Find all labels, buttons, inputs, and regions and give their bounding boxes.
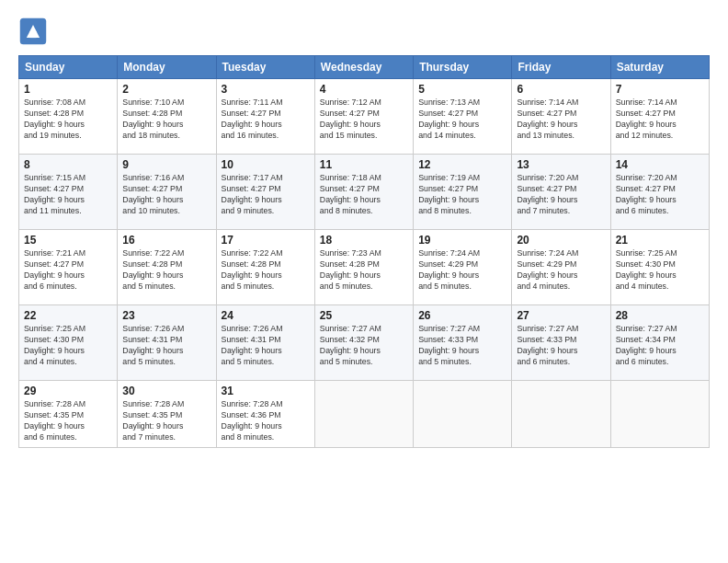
calendar-cell: 21 Sunrise: 7:25 AMSunset: 4:30 PMDaylig…	[610, 230, 709, 305]
day-number: 22	[24, 309, 112, 322]
day-number: 26	[418, 309, 506, 322]
calendar-cell: 23 Sunrise: 7:26 AMSunset: 4:31 PMDaylig…	[118, 305, 216, 381]
day-number: 18	[320, 234, 408, 247]
calendar-day-header: Thursday	[414, 56, 512, 79]
calendar-cell: 20 Sunrise: 7:24 AMSunset: 4:29 PMDaylig…	[512, 230, 610, 305]
calendar-cell: 26 Sunrise: 7:27 AMSunset: 4:33 PMDaylig…	[414, 305, 512, 381]
day-number: 2	[122, 83, 210, 96]
day-number: 14	[616, 158, 704, 171]
day-number: 10	[222, 158, 310, 171]
calendar-cell: 16 Sunrise: 7:22 AMSunset: 4:28 PMDaylig…	[118, 230, 216, 305]
day-info: Sunrise: 7:24 AMSunset: 4:29 PMDaylight:…	[517, 248, 605, 293]
day-info: Sunrise: 7:25 AMSunset: 4:30 PMDaylight:…	[616, 248, 704, 293]
calendar-week-row: 1 Sunrise: 7:08 AMSunset: 4:28 PMDayligh…	[19, 79, 710, 155]
logo-icon	[18, 17, 48, 46]
calendar-cell: 2 Sunrise: 7:10 AMSunset: 4:28 PMDayligh…	[118, 79, 216, 155]
calendar-cell: 13 Sunrise: 7:20 AMSunset: 4:27 PMDaylig…	[512, 155, 610, 230]
calendar-table: SundayMondayTuesdayWednesdayThursdayFrid…	[18, 55, 710, 448]
day-number: 3	[222, 83, 310, 96]
header	[18, 17, 710, 46]
calendar-week-row: 29 Sunrise: 7:28 AMSunset: 4:35 PMDaylig…	[19, 381, 710, 448]
day-number: 12	[418, 158, 506, 171]
day-number: 4	[320, 83, 408, 96]
day-number: 27	[517, 309, 605, 322]
calendar-cell: 6 Sunrise: 7:14 AMSunset: 4:27 PMDayligh…	[512, 79, 610, 155]
svg-rect-2	[29, 31, 36, 38]
calendar-cell: 14 Sunrise: 7:20 AMSunset: 4:27 PMDaylig…	[610, 155, 709, 230]
day-number: 20	[517, 234, 605, 247]
day-info: Sunrise: 7:25 AMSunset: 4:30 PMDaylight:…	[24, 324, 112, 368]
calendar-cell	[512, 381, 610, 448]
calendar-cell: 25 Sunrise: 7:27 AMSunset: 4:32 PMDaylig…	[314, 305, 413, 381]
calendar-header-row: SundayMondayTuesdayWednesdayThursdayFrid…	[19, 56, 710, 79]
day-info: Sunrise: 7:22 AMSunset: 4:28 PMDaylight:…	[122, 248, 210, 293]
calendar-cell: 11 Sunrise: 7:18 AMSunset: 4:27 PMDaylig…	[314, 155, 413, 230]
day-info: Sunrise: 7:26 AMSunset: 4:31 PMDaylight:…	[222, 324, 310, 368]
calendar-day-header: Sunday	[19, 56, 118, 79]
calendar-day-header: Saturday	[610, 56, 709, 79]
day-number: 30	[122, 385, 210, 397]
calendar-cell: 4 Sunrise: 7:12 AMSunset: 4:27 PMDayligh…	[314, 79, 413, 155]
day-info: Sunrise: 7:27 AMSunset: 4:33 PMDaylight:…	[517, 324, 605, 368]
day-number: 31	[222, 385, 310, 397]
day-number: 16	[122, 234, 210, 247]
day-number: 1	[24, 83, 112, 96]
day-info: Sunrise: 7:20 AMSunset: 4:27 PMDaylight:…	[616, 173, 704, 217]
calendar-cell: 1 Sunrise: 7:08 AMSunset: 4:28 PMDayligh…	[19, 79, 118, 155]
calendar-cell	[610, 381, 709, 448]
day-info: Sunrise: 7:24 AMSunset: 4:29 PMDaylight:…	[418, 248, 506, 293]
calendar-week-row: 8 Sunrise: 7:15 AMSunset: 4:27 PMDayligh…	[19, 155, 710, 230]
calendar-cell: 7 Sunrise: 7:14 AMSunset: 4:27 PMDayligh…	[610, 79, 709, 155]
calendar-cell: 28 Sunrise: 7:27 AMSunset: 4:34 PMDaylig…	[610, 305, 709, 381]
day-info: Sunrise: 7:14 AMSunset: 4:27 PMDaylight:…	[517, 98, 605, 142]
day-number: 17	[222, 234, 310, 247]
day-number: 25	[320, 309, 408, 322]
day-info: Sunrise: 7:13 AMSunset: 4:27 PMDaylight:…	[418, 98, 506, 142]
day-info: Sunrise: 7:12 AMSunset: 4:27 PMDaylight:…	[320, 98, 408, 142]
day-number: 24	[222, 309, 310, 322]
calendar-day-header: Tuesday	[216, 56, 314, 79]
day-info: Sunrise: 7:27 AMSunset: 4:33 PMDaylight:…	[418, 324, 506, 368]
day-number: 11	[320, 158, 408, 171]
calendar-cell: 10 Sunrise: 7:17 AMSunset: 4:27 PMDaylig…	[216, 155, 314, 230]
day-number: 9	[122, 158, 210, 171]
day-number: 15	[24, 234, 112, 247]
day-info: Sunrise: 7:28 AMSunset: 4:35 PMDaylight:…	[122, 399, 210, 443]
day-number: 7	[616, 83, 704, 96]
day-info: Sunrise: 7:16 AMSunset: 4:27 PMDaylight:…	[122, 173, 210, 217]
day-info: Sunrise: 7:19 AMSunset: 4:27 PMDaylight:…	[418, 173, 506, 217]
day-info: Sunrise: 7:11 AMSunset: 4:27 PMDaylight:…	[222, 98, 310, 142]
calendar-cell: 30 Sunrise: 7:28 AMSunset: 4:35 PMDaylig…	[118, 381, 216, 448]
day-number: 6	[517, 83, 605, 96]
calendar-cell: 9 Sunrise: 7:16 AMSunset: 4:27 PMDayligh…	[118, 155, 216, 230]
calendar-cell: 31 Sunrise: 7:28 AMSunset: 4:36 PMDaylig…	[216, 381, 314, 448]
calendar-cell: 19 Sunrise: 7:24 AMSunset: 4:29 PMDaylig…	[414, 230, 512, 305]
calendar-cell: 17 Sunrise: 7:22 AMSunset: 4:28 PMDaylig…	[216, 230, 314, 305]
calendar-cell: 5 Sunrise: 7:13 AMSunset: 4:27 PMDayligh…	[414, 79, 512, 155]
calendar-cell	[414, 381, 512, 448]
day-info: Sunrise: 7:14 AMSunset: 4:27 PMDaylight:…	[616, 98, 704, 142]
day-info: Sunrise: 7:15 AMSunset: 4:27 PMDaylight:…	[24, 173, 112, 217]
day-info: Sunrise: 7:27 AMSunset: 4:34 PMDaylight:…	[616, 324, 704, 368]
day-number: 28	[616, 309, 704, 322]
day-info: Sunrise: 7:22 AMSunset: 4:28 PMDaylight:…	[222, 248, 310, 293]
day-number: 13	[517, 158, 605, 171]
day-info: Sunrise: 7:17 AMSunset: 4:27 PMDaylight:…	[222, 173, 310, 217]
calendar-day-header: Monday	[118, 56, 216, 79]
day-info: Sunrise: 7:26 AMSunset: 4:31 PMDaylight:…	[122, 324, 210, 368]
day-number: 5	[418, 83, 506, 96]
day-info: Sunrise: 7:08 AMSunset: 4:28 PMDaylight:…	[24, 98, 112, 142]
day-number: 23	[122, 309, 210, 322]
day-info: Sunrise: 7:18 AMSunset: 4:27 PMDaylight:…	[320, 173, 408, 217]
day-info: Sunrise: 7:28 AMSunset: 4:36 PMDaylight:…	[222, 399, 310, 443]
calendar-cell	[314, 381, 413, 448]
day-info: Sunrise: 7:10 AMSunset: 4:28 PMDaylight:…	[122, 98, 210, 142]
day-info: Sunrise: 7:28 AMSunset: 4:35 PMDaylight:…	[24, 399, 112, 443]
calendar-cell: 3 Sunrise: 7:11 AMSunset: 4:27 PMDayligh…	[216, 79, 314, 155]
calendar-cell: 12 Sunrise: 7:19 AMSunset: 4:27 PMDaylig…	[414, 155, 512, 230]
day-info: Sunrise: 7:27 AMSunset: 4:32 PMDaylight:…	[320, 324, 408, 368]
logo	[18, 17, 51, 46]
day-info: Sunrise: 7:21 AMSunset: 4:27 PMDaylight:…	[24, 248, 112, 293]
day-number: 21	[616, 234, 704, 247]
calendar-day-header: Wednesday	[314, 56, 413, 79]
